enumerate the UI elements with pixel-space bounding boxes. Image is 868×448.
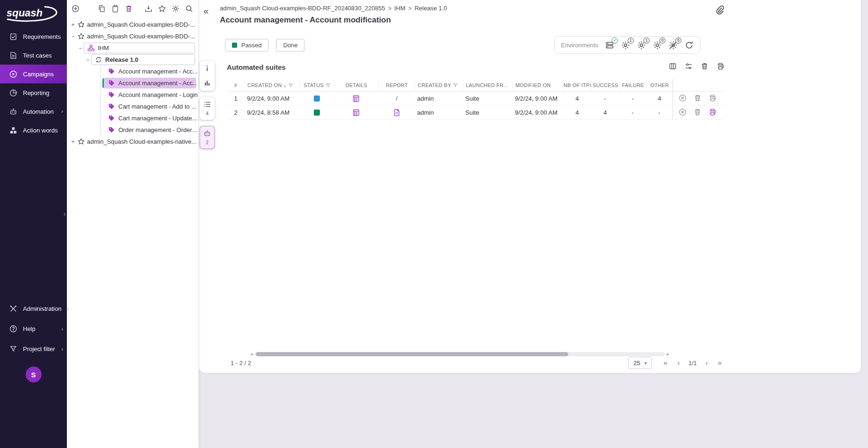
delete-run-button[interactable] (693, 94, 702, 103)
tree-item-test-suite[interactable]: Account management - Acc... (67, 66, 198, 77)
information-tab-button[interactable] (203, 65, 211, 73)
filter-icon[interactable] (453, 83, 458, 88)
sidebar-item-action-words[interactable]: Action words (0, 121, 67, 140)
filter-icon[interactable] (510, 83, 510, 88)
cancel-run-button[interactable] (678, 94, 687, 103)
report-doc-icon (393, 109, 401, 117)
tree-node-box[interactable]: IHM (84, 43, 195, 53)
delete-suites-button[interactable] (700, 62, 709, 72)
environment-disabled-button[interactable]: 5 (669, 41, 678, 50)
details-button[interactable] (352, 109, 360, 117)
filter-icon[interactable] (326, 83, 331, 88)
refresh-environments-button[interactable] (685, 41, 694, 50)
copy-button[interactable] (97, 5, 106, 14)
sidebar-item-reporting[interactable]: Reporting (0, 83, 67, 102)
column-header-nb-of-itpi[interactable]: NB OF ITPI (563, 79, 591, 91)
details-button[interactable] (352, 95, 360, 103)
column-header-details[interactable]: DETAILS (334, 79, 378, 91)
page-size-select[interactable]: 25 ▾ (628, 357, 652, 369)
sidebar-item-project-filter[interactable]: Project filter › (0, 339, 67, 359)
execution-status-chip[interactable]: Passed (225, 39, 268, 51)
sidebar-item-requirements[interactable]: Requirements (0, 27, 67, 46)
filter-icon[interactable] (288, 83, 293, 88)
breadcrumb-project[interactable]: admin_Squash Cloud-examples-BDD-RF_20240… (220, 5, 385, 12)
environment-settings-button[interactable]: 1 (621, 41, 630, 50)
scrollbar-thumb[interactable] (256, 352, 568, 356)
suite-run-row[interactable]: 1 9/2/24, 9:00 AM / admin Suite 9/2/24, … (227, 92, 725, 106)
tree-item-test-suite-selected[interactable]: Account management - Acc... (67, 77, 198, 89)
expander-icon[interactable]: + (70, 22, 76, 28)
scroll-left-arrow[interactable]: ◂ (249, 352, 254, 356)
sidebar-item-test-cases[interactable]: Test cases (0, 46, 67, 65)
done-status-chip[interactable]: Done (276, 39, 304, 51)
column-header-status[interactable]: STATUS (300, 79, 334, 91)
tree-item-test-suite[interactable]: Account management - Login (67, 89, 198, 101)
user-avatar[interactable]: S (26, 367, 42, 382)
expander-icon[interactable]: − (85, 57, 91, 63)
column-header-other[interactable]: OTHER (646, 79, 673, 91)
column-header-created-on[interactable]: CREATED ON ↓ (245, 79, 300, 91)
tree-item-test-suite[interactable]: Cart management - Add to ... (67, 101, 198, 112)
environment-settings-button[interactable]: 1 (637, 41, 646, 50)
tree-node-box[interactable]: Release 1.0 (91, 54, 195, 65)
tree-search-button[interactable] (184, 5, 194, 14)
table-filter-button[interactable] (684, 62, 693, 72)
attachments-button[interactable] (713, 4, 726, 17)
tree-item-project[interactable]: + admin_Squash Cloud-examples-native... (67, 136, 198, 147)
report-doc-button[interactable] (393, 109, 401, 117)
horizontal-scrollbar[interactable]: ◂ ▸ (249, 352, 670, 356)
sidebar-item-campaigns[interactable]: Campaigns (0, 65, 67, 83)
print-run-button[interactable] (708, 108, 717, 118)
expander-icon[interactable]: − (77, 45, 84, 51)
sort-desc-icon[interactable]: ↓ (283, 82, 286, 88)
new-item-button[interactable] (71, 5, 80, 14)
test-plan-tab-button[interactable] (203, 101, 211, 109)
first-page-button[interactable]: « (660, 358, 671, 368)
sidebar-item-help[interactable]: Help › (0, 319, 67, 339)
tree-settings-button[interactable] (171, 5, 180, 14)
expander-icon[interactable]: − (70, 33, 76, 40)
tree-item-test-suite[interactable]: Order management - Order ... (67, 124, 198, 136)
column-header-failure[interactable]: FAILURE (619, 79, 646, 91)
cell-launched-from: Suite (463, 109, 513, 116)
last-page-button[interactable]: » (715, 358, 725, 368)
tree-item-project[interactable]: + admin_Squash Cloud-examples-BDD-... (67, 19, 198, 30)
print-run-button[interactable] (708, 94, 717, 103)
column-header-modified-on[interactable]: MODIFIED ON (513, 79, 563, 91)
favorites-button[interactable] (157, 5, 166, 14)
expander-icon[interactable]: + (70, 139, 76, 145)
column-header-created-by[interactable]: CREATED BY (415, 79, 463, 91)
environment-server-button[interactable]: ✓ (605, 41, 614, 50)
column-header-success[interactable]: SUCCESS (591, 79, 619, 91)
cancel-run-button[interactable] (678, 108, 687, 118)
dashboard-tab-button[interactable] (203, 79, 211, 87)
automated-suites-tab-button[interactable] (203, 130, 211, 138)
tree-item-project[interactable]: − admin_Squash Cloud-examples-BDD-... (67, 30, 198, 42)
column-header-launched-from[interactable]: LAUNCHED FR... (463, 79, 513, 91)
tree-guide-line (101, 101, 101, 112)
column-header-num[interactable]: # (227, 79, 245, 91)
sidebar-item-automation[interactable]: Automation › (0, 102, 67, 121)
tree-item-campaign-folder[interactable]: − IHM (67, 42, 198, 54)
sidebar-collapse-button[interactable]: ‹ (64, 210, 66, 218)
import-export-button[interactable] (144, 5, 153, 14)
configure-columns-button[interactable] (668, 62, 677, 72)
paste-button[interactable] (110, 5, 120, 14)
environment-settings-button[interactable]: 0 (653, 41, 662, 50)
tree-item-iteration[interactable]: − Release 1.0 (67, 54, 198, 66)
print-suites-button[interactable] (716, 62, 725, 72)
collapse-tree-button[interactable]: « (203, 6, 209, 16)
breadcrumb-iteration[interactable]: Release 1.0 (414, 5, 447, 12)
suite-run-row[interactable]: 2 9/2/24, 8:58 AM admin Suite 9/2/24, 9:… (227, 106, 725, 120)
delete-run-button[interactable] (693, 108, 702, 118)
next-page-button[interactable]: › (702, 358, 712, 368)
breadcrumb-campaign[interactable]: IHM (394, 5, 405, 12)
tree-item-test-suite[interactable]: Cart management - Update ... (67, 112, 198, 124)
sidebar-item-administration[interactable]: Administration › (0, 299, 67, 319)
reporting-icon (9, 89, 17, 97)
scrollbar-track[interactable] (255, 352, 665, 356)
scroll-right-arrow[interactable]: ▸ (665, 352, 670, 356)
delete-button[interactable] (124, 5, 133, 14)
prev-page-button[interactable]: ‹ (673, 358, 684, 368)
column-header-report[interactable]: REPORT (378, 79, 415, 91)
